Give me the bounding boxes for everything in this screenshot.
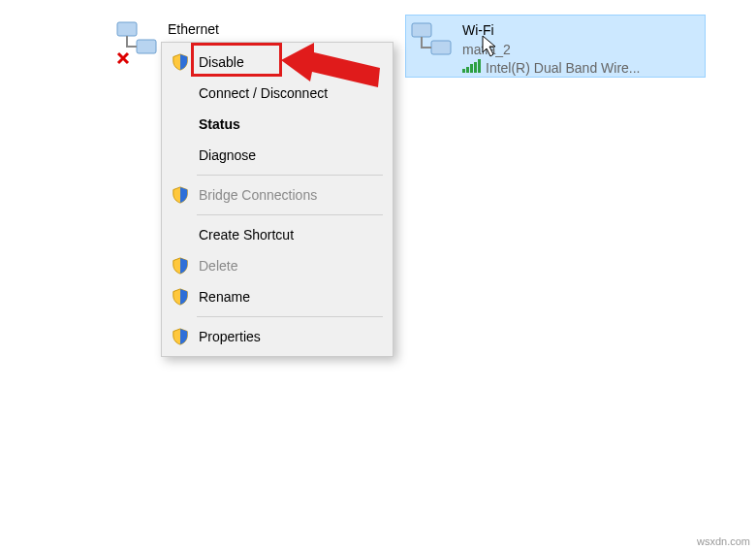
svg-rect-2 xyxy=(412,23,431,37)
svg-rect-6 xyxy=(470,64,473,73)
adapter-item-wifi[interactable]: Wi-Fi mafia_2 Intel(R) Dual Band Wire... xyxy=(405,15,706,78)
menu-label: Diagnose xyxy=(199,147,256,163)
menu-item-bridge: Bridge Connections xyxy=(164,179,391,210)
menu-label: Create Shortcut xyxy=(199,227,294,243)
menu-item-shortcut[interactable]: Create Shortcut xyxy=(164,219,391,250)
menu-label: Bridge Connections xyxy=(199,187,317,203)
menu-separator xyxy=(197,175,383,176)
wifi-ssid: mafia_2 xyxy=(462,41,641,60)
menu-item-diagnose[interactable]: Diagnose xyxy=(164,140,391,171)
blank-icon xyxy=(170,113,191,135)
menu-label: Connect / Disconnect xyxy=(199,85,328,101)
context-menu: Disable Connect / Disconnect Status Diag… xyxy=(161,42,394,357)
adapter-name: Ethernet xyxy=(168,20,219,40)
menu-item-connect[interactable]: Connect / Disconnect xyxy=(164,78,391,109)
shield-icon xyxy=(170,255,191,276)
svg-rect-1 xyxy=(137,40,156,53)
menu-item-disable[interactable]: Disable xyxy=(164,47,391,78)
wifi-device: Intel(R) Dual Band Wire... xyxy=(486,59,641,79)
menu-label: Disable xyxy=(199,54,244,70)
shield-icon xyxy=(170,286,191,307)
menu-item-delete: Delete xyxy=(164,250,391,281)
network-adapter-icon xyxy=(410,21,455,60)
shield-icon xyxy=(170,326,191,347)
svg-rect-3 xyxy=(431,41,451,54)
menu-item-status[interactable]: Status xyxy=(164,109,391,140)
shield-icon xyxy=(170,51,191,73)
menu-separator xyxy=(197,214,383,215)
menu-item-properties[interactable]: Properties xyxy=(164,321,391,352)
menu-label: Rename xyxy=(199,289,250,305)
menu-item-rename[interactable]: Rename xyxy=(164,281,391,312)
menu-label: Delete xyxy=(199,258,237,274)
network-adapter-icon xyxy=(115,20,160,59)
menu-label: Properties xyxy=(199,329,261,344)
menu-separator xyxy=(197,316,383,317)
blank-icon xyxy=(170,82,191,104)
svg-rect-7 xyxy=(474,62,477,73)
signal-strength-icon xyxy=(462,59,482,79)
shield-icon xyxy=(170,184,191,206)
blank-icon xyxy=(170,224,191,245)
adapter-name: Wi-Fi xyxy=(462,21,641,41)
svg-rect-0 xyxy=(117,22,137,36)
svg-rect-5 xyxy=(466,67,469,73)
svg-rect-8 xyxy=(478,59,481,73)
svg-rect-4 xyxy=(462,69,465,73)
menu-label: Status xyxy=(199,116,240,132)
watermark: wsxdn.com xyxy=(697,535,750,547)
blank-icon xyxy=(170,145,191,166)
